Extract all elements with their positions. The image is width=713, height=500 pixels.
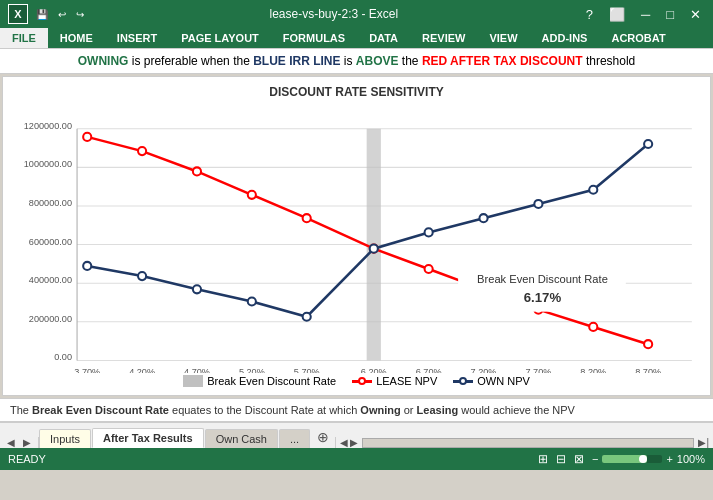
- hscroll-nav-right[interactable]: ▶: [350, 437, 358, 448]
- title-bar: X 💾 ↩ ↪ lease-vs-buy-2:3 - Excel ? ⬜ ─ □…: [0, 0, 713, 28]
- svg-text:3.70%: 3.70%: [74, 367, 100, 373]
- add-sheet-button[interactable]: ⊕: [311, 426, 335, 448]
- chart-legend: Break Even Discount Rate LEASE NPV OWN N…: [11, 375, 702, 387]
- sheet-tab-after-tax[interactable]: After Tax Results: [92, 428, 204, 448]
- excel-icon: X: [8, 4, 28, 24]
- svg-text:1000000.00: 1000000.00: [24, 159, 72, 169]
- svg-point-41: [248, 297, 256, 305]
- svg-text:200000.00: 200000.00: [29, 314, 72, 324]
- svg-point-40: [193, 285, 201, 293]
- svg-text:4.70%: 4.70%: [184, 367, 210, 373]
- page-layout-icon[interactable]: ⊟: [556, 452, 566, 466]
- status-bar: READY ⊞ ⊟ ⊠ − + 100%: [0, 448, 713, 470]
- svg-text:0.00: 0.00: [54, 352, 72, 362]
- tab-home[interactable]: HOME: [48, 28, 105, 48]
- svg-point-27: [83, 133, 91, 141]
- owning-text: OWNING: [78, 54, 129, 68]
- tab-view[interactable]: VIEW: [477, 28, 529, 48]
- legend-lease-npv-label: LEASE NPV: [376, 375, 437, 387]
- minimize-button[interactable]: ─: [637, 7, 654, 22]
- svg-point-39: [138, 272, 146, 280]
- svg-text:800000.00: 800000.00: [29, 198, 72, 208]
- window-title: lease-vs-buy-2:3 - Excel: [86, 7, 582, 21]
- svg-point-44: [425, 228, 433, 236]
- svg-text:7.20%: 7.20%: [471, 367, 497, 373]
- chart-svg: 0.00 200000.00 400000.00 600000.00 80000…: [11, 103, 702, 373]
- hscroll-end[interactable]: ▶|: [698, 437, 709, 448]
- red-threshold-text: RED AFTER TAX DISCOUNT: [422, 54, 583, 68]
- svg-text:5.20%: 5.20%: [239, 367, 265, 373]
- legend-own-npv-label: OWN NPV: [477, 375, 530, 387]
- info-text-2: is preferable when the: [128, 54, 253, 68]
- title-bar-left: X 💾 ↩ ↪: [8, 4, 86, 24]
- tab-file[interactable]: FILE: [0, 28, 48, 48]
- info-bar: OWNING is preferable when the BLUE IRR L…: [0, 49, 713, 74]
- tab-formulas[interactable]: FORMULAS: [271, 28, 357, 48]
- legend-break-even-label: Break Even Discount Rate: [207, 375, 336, 387]
- svg-point-28: [138, 147, 146, 155]
- svg-text:Break Even Discount Rate: Break Even Discount Rate: [477, 273, 608, 285]
- svg-text:7.70%: 7.70%: [525, 367, 551, 373]
- redo-icon[interactable]: ↪: [74, 9, 86, 20]
- zoom-out-button[interactable]: −: [592, 453, 598, 465]
- svg-text:1200000.00: 1200000.00: [24, 121, 72, 131]
- info-text-8: threshold: [583, 54, 636, 68]
- maximize-button[interactable]: □: [662, 7, 678, 22]
- tab-review[interactable]: REVIEW: [410, 28, 477, 48]
- save-icon[interactable]: 💾: [34, 9, 50, 20]
- zoom-level: 100%: [677, 453, 705, 465]
- hscroll-nav-left[interactable]: ◀: [340, 437, 348, 448]
- svg-text:4.20%: 4.20%: [129, 367, 155, 373]
- svg-point-38: [83, 262, 91, 270]
- bottom-info-bar: The Break Even Discount Rate equates to …: [0, 398, 713, 422]
- info-text-4: is: [341, 54, 356, 68]
- svg-text:5.70%: 5.70%: [294, 367, 320, 373]
- zoom-controls: − + 100%: [592, 453, 705, 465]
- tab-acrobat[interactable]: ACROBAT: [599, 28, 677, 48]
- grid-view-icon[interactable]: ⊞: [538, 452, 548, 466]
- tab-data[interactable]: DATA: [357, 28, 410, 48]
- tab-page-layout[interactable]: PAGE LAYOUT: [169, 28, 271, 48]
- svg-point-47: [589, 186, 597, 194]
- ready-label: READY: [8, 453, 46, 465]
- svg-point-37: [644, 340, 652, 348]
- svg-text:6.20%: 6.20%: [361, 367, 387, 373]
- zoom-in-button[interactable]: +: [666, 453, 672, 465]
- sheet-tab-own-cash[interactable]: Own Cash: [205, 429, 278, 448]
- svg-point-42: [303, 313, 311, 321]
- legend-break-even: Break Even Discount Rate: [183, 375, 336, 387]
- legend-own-npv: OWN NPV: [453, 375, 530, 387]
- svg-point-31: [303, 214, 311, 222]
- zoom-slider[interactable]: [602, 455, 662, 463]
- page-break-icon[interactable]: ⊠: [574, 452, 584, 466]
- title-bar-controls: ? ⬜ ─ □ ✕: [582, 7, 705, 22]
- ribbon-tabs: FILE HOME INSERT PAGE LAYOUT FORMULAS DA…: [0, 28, 713, 48]
- horizontal-scrollbar[interactable]: [362, 438, 694, 448]
- svg-point-36: [589, 323, 597, 331]
- sheet-tab-inputs[interactable]: Inputs: [39, 429, 91, 448]
- svg-point-30: [248, 191, 256, 199]
- svg-text:8.70%: 8.70%: [635, 367, 661, 373]
- tab-add-ins[interactable]: ADD-INS: [530, 28, 600, 48]
- tab-insert[interactable]: INSERT: [105, 28, 169, 48]
- tab-nav-prev[interactable]: ◀: [4, 437, 18, 448]
- legend-bar-icon: [183, 375, 203, 387]
- chart-area: 0.00 200000.00 400000.00 600000.00 80000…: [11, 103, 702, 373]
- undo-icon[interactable]: ↩: [56, 9, 68, 20]
- svg-point-29: [193, 167, 201, 175]
- legend-lease-npv: LEASE NPV: [352, 375, 437, 387]
- ribbon: FILE HOME INSERT PAGE LAYOUT FORMULAS DA…: [0, 28, 713, 49]
- ribbon-display-button[interactable]: ⬜: [605, 7, 629, 22]
- svg-text:600000.00: 600000.00: [29, 237, 72, 247]
- svg-point-48: [644, 140, 652, 148]
- help-button[interactable]: ?: [582, 7, 597, 22]
- sheet-tab-more[interactable]: ...: [279, 429, 310, 448]
- svg-text:8.20%: 8.20%: [580, 367, 606, 373]
- above-text: ABOVE: [356, 54, 399, 68]
- svg-point-45: [479, 214, 487, 222]
- svg-text:6.17%: 6.17%: [524, 290, 562, 305]
- tab-nav-next[interactable]: ▶: [20, 437, 34, 448]
- svg-point-33: [425, 265, 433, 273]
- close-button[interactable]: ✕: [686, 7, 705, 22]
- svg-point-46: [534, 200, 542, 208]
